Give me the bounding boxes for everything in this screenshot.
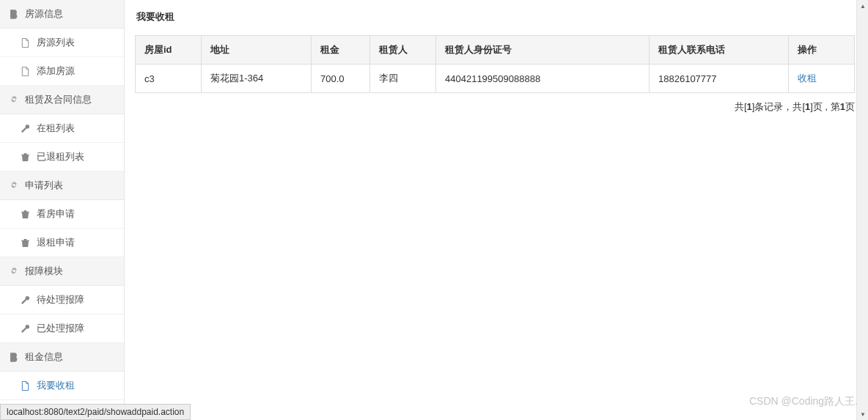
rent-table: 房屋id 地址 租金 租赁人 租赁人身份证号 租赁人联系电话 操作 c3 菊花园… [135,35,855,93]
file-icon [21,381,31,391]
sidebar-header-fault-module[interactable]: 报障模块 [0,257,124,286]
sidebar-item-label: 已处理报障 [37,322,84,335]
th-tenant: 租赁人 [370,36,436,65]
sidebar-header-label: 租赁及合同信息 [25,93,92,106]
sidebar-item-label: 房源列表 [37,36,75,49]
sidebar-item-label: 待处理报障 [37,293,84,306]
cell-address: 菊花园1-364 [202,65,312,93]
th-address: 地址 [202,36,312,65]
sidebar-header-lease-info[interactable]: 租赁及合同信息 [0,86,124,114]
gear-icon [9,95,19,105]
sidebar-item-house-list[interactable]: 房源列表 [0,29,124,57]
pagination-info: 共[1]条记录，共[1]页 , 第1页 [135,100,855,114]
file-icon [21,38,31,48]
sidebar-item-collect-rent[interactable]: 我要收租 [0,372,124,400]
sidebar-item-view-apply[interactable]: 看房申请 [0,200,124,229]
sidebar-item-returned-list[interactable]: 已退租列表 [0,143,124,172]
file-icon [21,67,31,76]
sidebar-item-label: 已退租列表 [37,150,84,163]
scroll-up-arrow[interactable]: ▲ [857,0,868,12]
wrench-icon [21,124,31,133]
page-title: 我要收租 [135,7,855,26]
cell-tenant: 李四 [370,65,436,93]
cell-id-number: 440421199509088888 [436,65,650,93]
sidebar-item-renting-list[interactable]: 在租列表 [0,114,124,143]
sidebar-item-label: 我要收租 [37,379,75,392]
cell-action: 收租 [789,65,855,93]
th-id-number: 租赁人身份证号 [436,36,650,65]
scrollbar[interactable]: ▲ ▼ [856,0,868,420]
gear-icon [9,181,19,191]
scroll-down-arrow[interactable]: ▼ [857,408,868,420]
table-header-row: 房屋id 地址 租金 租赁人 租赁人身份证号 租赁人联系电话 操作 [136,36,855,65]
cell-rent: 700.0 [312,65,370,93]
wrench-icon [21,324,31,334]
sidebar-header-apply-list[interactable]: 申请列表 [0,172,124,200]
cell-house-id: c3 [136,65,202,93]
sidebar-item-pending-fault[interactable]: 待处理报障 [0,286,124,314]
sidebar-header-label: 报障模块 [25,265,63,278]
sidebar: 房源信息 房源列表 添加房源 租赁及合同信息 在租列表 已退租列表 申请列表 [0,0,125,420]
main-content: 我要收租 房屋id 地址 租金 租赁人 租赁人身份证号 租赁人联系电话 操作 c… [125,0,868,420]
bold-icon [9,10,19,19]
sidebar-header-label: 租金信息 [25,350,63,364]
trash-icon [21,152,31,162]
th-rent: 租金 [312,36,370,65]
sidebar-item-return-apply[interactable]: 退租申请 [0,229,124,257]
collect-rent-link[interactable]: 收租 [798,73,817,84]
gear-icon [9,267,19,276]
th-house-id: 房屋id [136,36,202,65]
th-phone: 租赁人联系电话 [650,36,789,65]
table-row: c3 菊花园1-364 700.0 李四 440421199509088888 … [136,65,855,93]
sidebar-item-label: 退租申请 [37,236,75,249]
sidebar-item-label: 看房申请 [37,207,75,221]
sidebar-item-handled-fault[interactable]: 已处理报障 [0,314,124,343]
sidebar-header-label: 申请列表 [25,179,63,192]
trash-icon [21,210,31,219]
cell-phone: 18826107777 [650,65,789,93]
trash-icon [21,238,31,248]
sidebar-item-label: 添加房源 [37,65,75,78]
sidebar-item-add-house[interactable]: 添加房源 [0,57,124,86]
bold-icon [9,353,19,362]
sidebar-item-label: 在租列表 [37,122,75,135]
th-action: 操作 [789,36,855,65]
sidebar-header-rent-info[interactable]: 租金信息 [0,343,124,372]
wrench-icon [21,295,31,305]
sidebar-header-house-info[interactable]: 房源信息 [0,0,124,29]
status-bar-url: localhost:8080/text2/paid/showaddpaid.ac… [0,404,191,420]
sidebar-header-label: 房源信息 [25,7,63,21]
